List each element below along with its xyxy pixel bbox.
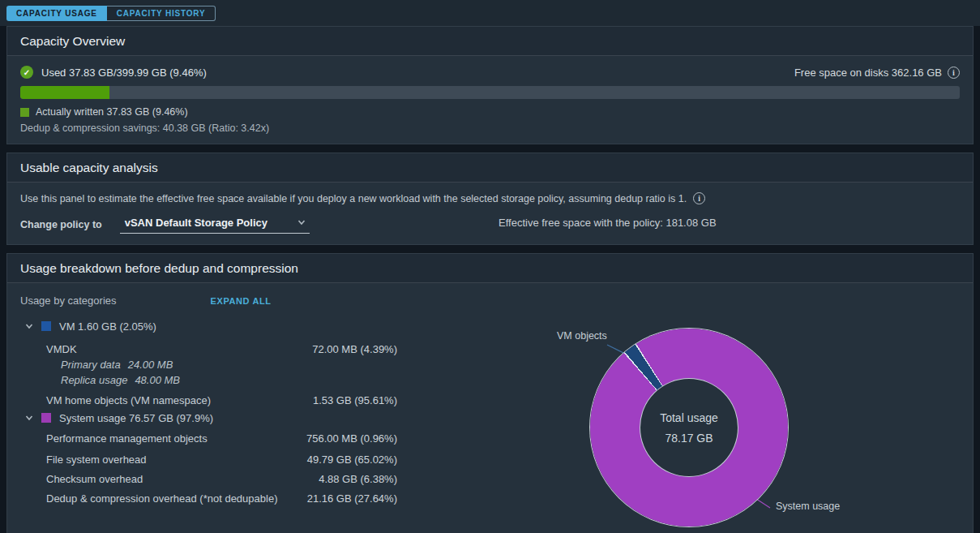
tab-capacity-history[interactable]: CAPACITY HISTORY bbox=[107, 6, 216, 21]
donut-center: Total usage 78.17 GB bbox=[640, 378, 738, 477]
capacity-bar-fill bbox=[20, 86, 109, 99]
used-capacity-row: Used 37.83 GB/399.99 GB (9.46%) Free spa… bbox=[20, 66, 960, 79]
chevron-down-icon bbox=[297, 217, 306, 227]
free-space-label: Free space on disks 362.16 GB bbox=[794, 67, 942, 79]
page-title: Capacity Overview bbox=[20, 34, 125, 49]
policy-select[interactable]: vSAN Default Storage Policy bbox=[120, 217, 310, 234]
tab-capacity-usage[interactable]: CAPACITY USAGE bbox=[6, 6, 107, 21]
usable-description-row: Use this panel to estimate the effective… bbox=[20, 192, 960, 204]
capacity-bar bbox=[20, 86, 960, 99]
free-space-group: Free space on disks 362.16 GB bbox=[794, 67, 960, 79]
donut-chart-area: Total usage 78.17 GB VM objects System u… bbox=[7, 283, 973, 533]
tab-strip: CAPACITY USAGE CAPACITY HISTORY bbox=[0, 0, 980, 26]
change-policy-label: Change policy to bbox=[20, 219, 102, 230]
dedup-savings-label: Dedup & compression savings: 40.38 GB (R… bbox=[20, 123, 960, 134]
usable-description: Use this panel to estimate the effective… bbox=[20, 193, 687, 204]
actually-written-label: Actually written 37.83 GB (9.46%) bbox=[36, 106, 188, 118]
capacity-overview-content: Used 37.83 GB/399.99 GB (9.46%) Free spa… bbox=[7, 56, 973, 144]
info-icon[interactable] bbox=[948, 67, 960, 79]
donut-total-label: Total usage bbox=[660, 411, 718, 424]
health-check-icon bbox=[20, 66, 33, 79]
actually-written-row: Actually written 37.83 GB (9.46%) bbox=[20, 106, 960, 118]
usage-breakdown-header: Usage breakdown before dedup and compres… bbox=[7, 254, 973, 283]
capacity-overview-panel: Capacity Overview Used 37.83 GB/399.99 G… bbox=[6, 26, 974, 144]
capacity-overview-header: Capacity Overview bbox=[7, 27, 973, 56]
usable-capacity-panel: Usable capacity analysis Use this panel … bbox=[6, 153, 974, 245]
policy-row: Change policy to vSAN Default Storage Po… bbox=[20, 215, 960, 234]
callout-leader-lines bbox=[7, 283, 973, 533]
usable-capacity-header: Usable capacity analysis bbox=[7, 153, 973, 183]
donut-chart[interactable]: Total usage 78.17 GB bbox=[590, 329, 788, 527]
policy-select-value: vSAN Default Storage Policy bbox=[125, 217, 267, 229]
vm-objects-callout: VM objects bbox=[557, 330, 607, 342]
info-icon[interactable] bbox=[693, 192, 705, 204]
written-legend-swatch bbox=[20, 108, 29, 117]
donut-total-value: 78.17 GB bbox=[665, 432, 713, 445]
effective-free-space-label: Effective free space with the policy: 18… bbox=[499, 217, 717, 229]
usage-breakdown-body: Usage by categories EXPAND ALL VM 1.60 G… bbox=[7, 283, 973, 533]
usable-capacity-title: Usable capacity analysis bbox=[20, 161, 158, 175]
usage-breakdown-panel: Usage breakdown before dedup and compres… bbox=[6, 253, 974, 533]
usable-capacity-content: Use this panel to estimate the effective… bbox=[7, 183, 973, 244]
usage-breakdown-title: Usage breakdown before dedup and compres… bbox=[20, 261, 298, 276]
used-capacity-label: Used 37.83 GB/399.99 GB (9.46%) bbox=[41, 67, 207, 79]
system-usage-callout: System usage bbox=[776, 501, 840, 512]
